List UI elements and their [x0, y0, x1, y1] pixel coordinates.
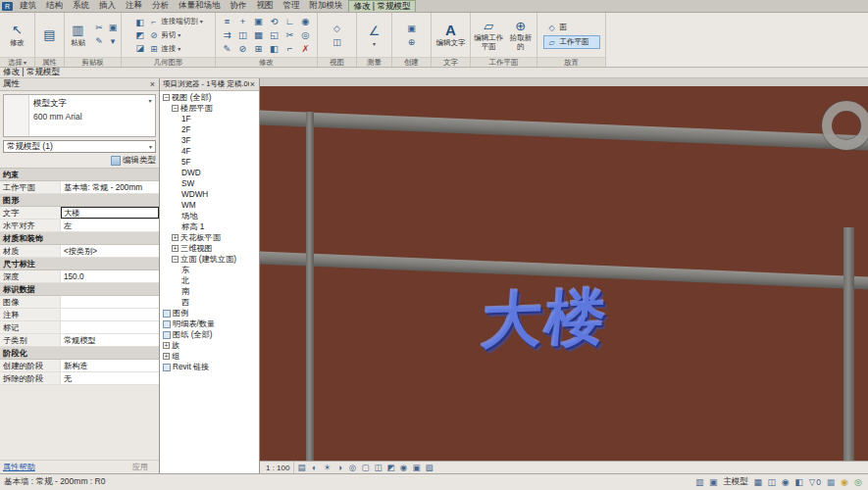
cut-icon[interactable]: ⊘ — [235, 42, 251, 56]
tree-item[interactable]: 南 — [160, 286, 259, 297]
paste-button[interactable]: ▥ 粘贴 — [66, 23, 91, 48]
tree-item[interactable]: WDWH — [160, 189, 259, 200]
property-value[interactable] — [61, 321, 159, 333]
view-scale-button[interactable]: 1 : 100 — [262, 462, 294, 473]
expander-plus-icon[interactable]: + — [172, 234, 179, 241]
crop-region-visibility-icon[interactable]: ◫ — [372, 463, 383, 473]
trim-extend-icon[interactable]: ∟ — [282, 15, 298, 28]
property-value[interactable]: 基本墙: 常规 - 200mm — [61, 181, 159, 193]
clipboard-panel-label[interactable]: 剪贴板 — [65, 57, 121, 67]
type-selector[interactable]: 模型文字 600 mm Arial ▾ — [3, 94, 156, 137]
tree-item[interactable]: −楼层平面 — [160, 103, 259, 114]
structural-beam[interactable] — [260, 110, 868, 152]
align-icon[interactable]: ≡ — [220, 15, 235, 28]
pin-icon[interactable]: ◉ — [298, 15, 314, 28]
scale-icon[interactable]: ◱ — [267, 28, 282, 42]
tree-item[interactable]: 东 — [160, 265, 259, 275]
highlight-displacement-icon[interactable]: ▧ — [423, 463, 434, 473]
measure-button[interactable]: ∠ ▾ — [366, 24, 383, 47]
temporary-hide-isolate-icon[interactable]: ◩ — [384, 463, 396, 473]
visual-style-icon[interactable]: ◐ — [308, 463, 320, 473]
property-group-header[interactable]: 材质和装饰 — [0, 232, 159, 245]
tree-item[interactable]: 5F — [160, 157, 259, 168]
tree-item[interactable]: 标高 1 — [160, 221, 259, 232]
background-processes-icon[interactable]: ▦ — [825, 476, 837, 488]
property-value[interactable]: 常规模型 — [61, 334, 159, 346]
trim-single-icon[interactable]: ⌐ — [282, 42, 298, 56]
move-icon[interactable]: + — [235, 15, 251, 28]
reveal-hidden-elements-icon[interactable]: ◉ — [397, 463, 409, 473]
tree-item[interactable]: +族 — [160, 340, 259, 351]
cut-to-clipboard-icon[interactable]: ✂ — [93, 22, 106, 34]
select-by-face-icon[interactable]: ◧ — [793, 476, 805, 488]
match-icon[interactable]: ✎ — [220, 42, 235, 56]
match-type-properties-icon[interactable]: ✎ — [93, 35, 106, 48]
offset-icon[interactable]: ⇉ — [220, 28, 235, 42]
placement-panel-label[interactable]: 放置 — [537, 57, 605, 67]
select-panel-label[interactable]: 选择 ▾ — [0, 57, 34, 67]
ribbon-tab-10[interactable]: 管理 — [279, 0, 305, 12]
properties-help-link[interactable]: 属性帮助 — [3, 462, 35, 472]
tree-item[interactable]: 4F — [160, 146, 259, 157]
shadows-icon[interactable]: ◑ — [333, 463, 345, 473]
geometry-panel-label[interactable]: 几何图形 — [122, 57, 215, 67]
property-group-header[interactable]: 标识数据 — [0, 283, 159, 296]
property-value[interactable]: 150.0 — [61, 270, 159, 282]
expander-plus-icon[interactable]: + — [163, 342, 170, 349]
property-value[interactable]: 大楼 — [61, 207, 159, 219]
properties-toggle-button[interactable]: ▤ — [37, 27, 63, 43]
sun-path-icon[interactable]: ☀ — [321, 463, 332, 473]
rotate-icon[interactable]: ⟲ — [267, 15, 282, 28]
paint-small-icon[interactable]: ◧ — [267, 42, 282, 56]
create-similar-icon[interactable]: ⊕ — [405, 35, 418, 48]
ribbon-tab-contextual[interactable]: 修改 | 常规模型 — [348, 0, 417, 12]
project-browser-header[interactable]: 项目浏览器 - 1号楼 定稿.00 × — [160, 78, 259, 91]
apply-button[interactable]: 应用 — [125, 462, 156, 472]
property-value[interactable] — [61, 309, 159, 320]
tree-item[interactable]: DWD — [160, 168, 259, 178]
property-group-header[interactable]: 尺寸标注 — [0, 258, 159, 270]
tree-item[interactable]: 北 — [160, 275, 259, 286]
cut-geometry-button[interactable]: ⊘剪切▾ — [148, 28, 203, 42]
tree-item[interactable]: +三维视图 — [160, 243, 259, 254]
structural-column[interactable] — [843, 227, 854, 461]
placement-face-option[interactable]: ◇面 — [543, 21, 600, 34]
property-value[interactable]: 新构造 — [61, 360, 159, 371]
expander-plus-icon[interactable]: + — [172, 245, 179, 252]
tree-item[interactable]: +组 — [160, 351, 259, 362]
ribbon-tab-6[interactable]: 分析 — [147, 0, 174, 12]
editable-only-icon[interactable]: ◉ — [839, 476, 850, 488]
workplane-panel-label[interactable]: 工作平面 — [471, 57, 536, 67]
design-option-indicator[interactable]: 主模型 — [723, 476, 748, 488]
cope-button[interactable]: ⌐连接端切割▾ — [148, 15, 203, 28]
unpin-icon[interactable]: ◎ — [298, 28, 314, 42]
tree-item[interactable]: −视图 (全部) — [160, 92, 259, 103]
property-value[interactable]: 无 — [61, 372, 159, 384]
section-box-icon[interactable]: ◫ — [331, 35, 343, 48]
copy-icon[interactable]: ▣ — [251, 15, 267, 28]
structural-column[interactable] — [306, 112, 314, 461]
split-face-icon[interactable]: ◩ — [133, 28, 146, 41]
placement-workplane-option[interactable]: ▱工作平面 — [543, 35, 600, 49]
type-selector-arrow-icon[interactable]: ▾ — [145, 95, 155, 136]
tree-item[interactable]: 图纸 (全部) — [160, 329, 259, 340]
steering-wheel-icon[interactable] — [822, 101, 868, 150]
selection-filter-button[interactable]: ▽ 0 — [809, 477, 821, 487]
tree-item[interactable]: SW — [160, 178, 259, 189]
expander-minus-icon[interactable]: − — [163, 94, 170, 101]
properties-header[interactable]: 属性 × — [0, 78, 159, 91]
select-links-icon[interactable]: ▦ — [752, 476, 764, 488]
selected-model-text[interactable]: 大楼 — [479, 286, 611, 352]
array-icon[interactable]: ▦ — [251, 28, 267, 42]
tree-item[interactable]: 1F — [160, 114, 259, 124]
instance-filter-dropdown[interactable]: 常规模型 (1) ▾ — [3, 140, 156, 153]
property-value[interactable]: <按类别> — [61, 245, 159, 257]
select-underlay-icon[interactable]: ◫ — [766, 476, 778, 488]
measure-panel-label[interactable]: 测量 — [357, 57, 391, 67]
join-icon[interactable]: ⊞ — [251, 42, 267, 56]
edit-type-button[interactable]: 编辑类型 — [111, 155, 156, 167]
crop-view-icon[interactable]: ▢ — [359, 463, 371, 473]
text-panel-label[interactable]: 文字 — [432, 57, 470, 67]
ribbon-tab-8[interactable]: 协作 — [226, 0, 252, 12]
view-panel-label[interactable]: 视图 — [318, 57, 356, 67]
